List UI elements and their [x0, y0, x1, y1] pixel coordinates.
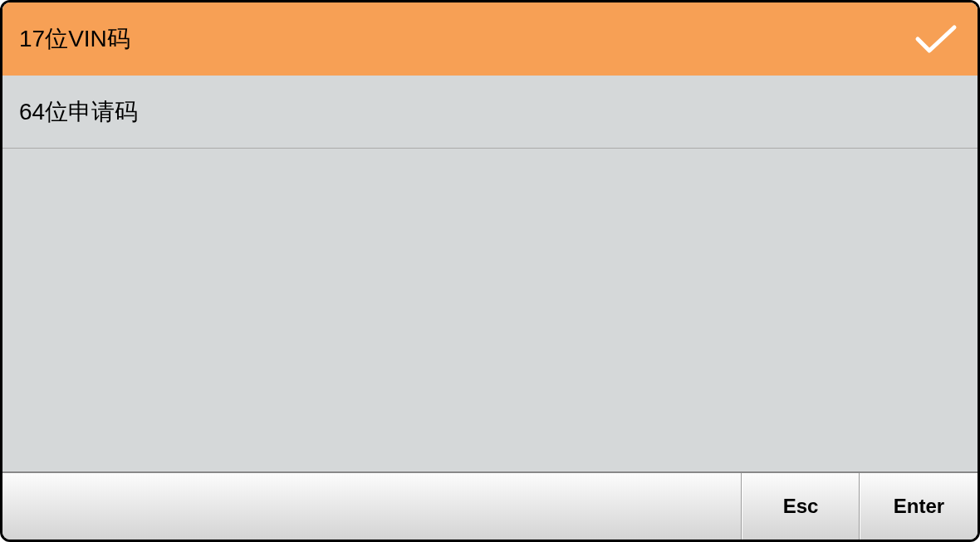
option-label: 17位VIN码 [19, 23, 130, 55]
esc-button[interactable]: Esc [742, 473, 860, 540]
esc-button-label: Esc [783, 495, 819, 518]
button-bar: Esc Enter [2, 471, 978, 540]
option-vin-17[interactable]: 17位VIN码 [2, 2, 978, 76]
button-spacer [2, 473, 742, 540]
options-list: 17位VIN码 64位申请码 [2, 2, 978, 471]
dialog-container: 17位VIN码 64位申请码 Esc Enter [0, 0, 980, 542]
enter-button-label: Enter [894, 495, 944, 518]
option-label: 64位申请码 [19, 96, 138, 128]
check-icon [914, 22, 958, 56]
enter-button[interactable]: Enter [860, 473, 978, 540]
option-request-64[interactable]: 64位申请码 [2, 76, 978, 149]
